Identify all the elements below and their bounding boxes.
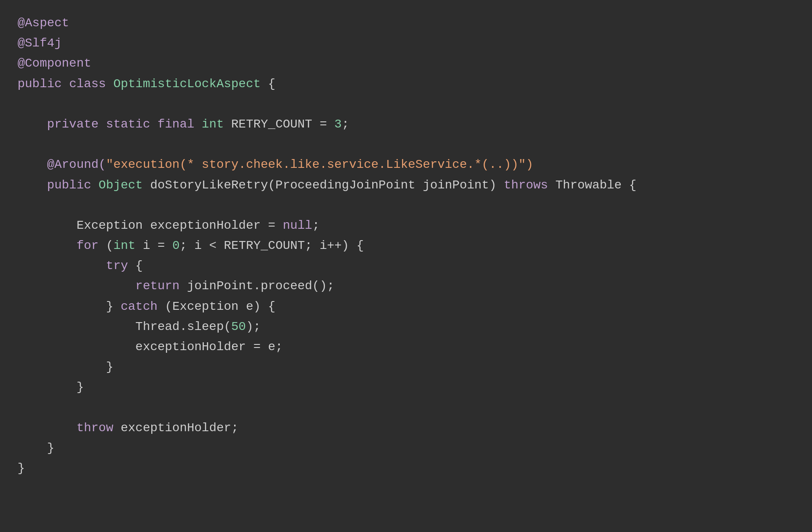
code-token: try — [106, 259, 135, 273]
code-line — [18, 195, 794, 216]
code-line: } — [18, 458, 794, 479]
code-token: return — [135, 279, 187, 293]
code-token: ; — [312, 219, 320, 232]
code-token: exceptionHolder; — [121, 421, 239, 435]
code-line: Thread.sleep(50); — [18, 317, 794, 337]
code-token — [18, 421, 76, 435]
code-line: @Around("execution(* story.cheek.like.se… — [18, 155, 794, 175]
code-line: @Component — [18, 53, 794, 74]
code-line: throw exceptionHolder; — [18, 418, 794, 438]
code-line: } — [18, 357, 794, 377]
code-line: Exception exceptionHolder = null; — [18, 216, 794, 236]
code-token: throw — [76, 421, 121, 435]
code-token — [18, 259, 106, 273]
code-token: i = — [143, 239, 172, 252]
code-token: exceptionHolder = e; — [18, 340, 283, 354]
code-line: return joinPoint.proceed(); — [18, 276, 794, 296]
code-token: final — [157, 117, 202, 131]
code-line: public class OptimisticLockAspect { — [18, 74, 794, 94]
code-token: Exception exceptionHolder = — [18, 219, 283, 232]
code-token: (Exception e) { — [165, 300, 275, 313]
code-token: "execution(* story.cheek.like.service.Li… — [106, 158, 519, 171]
code-token — [18, 279, 135, 293]
code-token: ; — [342, 117, 349, 131]
code-token: } — [18, 360, 113, 374]
code-editor: @Aspect@Slf4j@Componentpublic class Opti… — [18, 13, 794, 479]
code-line — [18, 94, 794, 114]
code-token: } — [18, 441, 54, 455]
code-token: class — [69, 77, 114, 91]
code-token: static — [106, 117, 158, 131]
code-token: Thread.sleep( — [18, 320, 231, 333]
code-token: int — [202, 117, 231, 131]
code-token: for — [76, 239, 106, 252]
code-token: ); — [246, 320, 261, 333]
code-token: { — [135, 259, 143, 273]
code-token: } — [18, 300, 121, 313]
code-token: null — [283, 219, 312, 232]
code-token: 0 — [172, 239, 180, 252]
code-token: throws — [504, 178, 556, 192]
code-token: ") — [519, 158, 534, 171]
code-token: ; i < RETRY_COUNT; i++) { — [180, 239, 364, 252]
code-line — [18, 398, 794, 418]
code-token: @Component — [18, 57, 91, 70]
code-token: joinPoint.proceed(); — [187, 279, 334, 293]
code-line: exceptionHolder = e; — [18, 337, 794, 357]
code-token: 3 — [335, 117, 342, 131]
code-line: } — [18, 438, 794, 458]
code-line: } — [18, 377, 794, 397]
code-token: ( — [106, 239, 114, 252]
code-token — [18, 239, 76, 252]
code-line: try { — [18, 256, 794, 276]
code-token: @Slf4j — [18, 36, 62, 50]
code-line: public Object doStoryLikeRetry(Proceedin… — [18, 175, 794, 195]
code-token: RETRY_COUNT = — [231, 117, 334, 131]
code-line: @Aspect — [18, 13, 794, 33]
code-line: @Slf4j — [18, 33, 794, 53]
code-token: doStoryLikeRetry(ProceedingJoinPoint joi… — [150, 178, 504, 192]
code-token: Throwable { — [556, 178, 637, 192]
code-token: @Around( — [18, 158, 106, 171]
code-token: Object — [99, 178, 150, 192]
code-token: public — [18, 178, 99, 192]
code-token: } — [18, 461, 25, 475]
code-token: OptimisticLockAspect — [113, 77, 260, 91]
code-token: int — [113, 239, 142, 252]
code-token: 50 — [231, 320, 246, 333]
code-token: { — [261, 77, 276, 91]
code-token: private — [18, 117, 106, 131]
code-token: public — [18, 77, 69, 91]
code-line: } catch (Exception e) { — [18, 297, 794, 317]
code-token: } — [18, 380, 84, 394]
code-token: @Aspect — [18, 16, 69, 30]
code-line — [18, 135, 794, 155]
code-token: catch — [121, 300, 165, 313]
code-line: for (int i = 0; i < RETRY_COUNT; i++) { — [18, 236, 794, 256]
code-line: private static final int RETRY_COUNT = 3… — [18, 114, 794, 135]
